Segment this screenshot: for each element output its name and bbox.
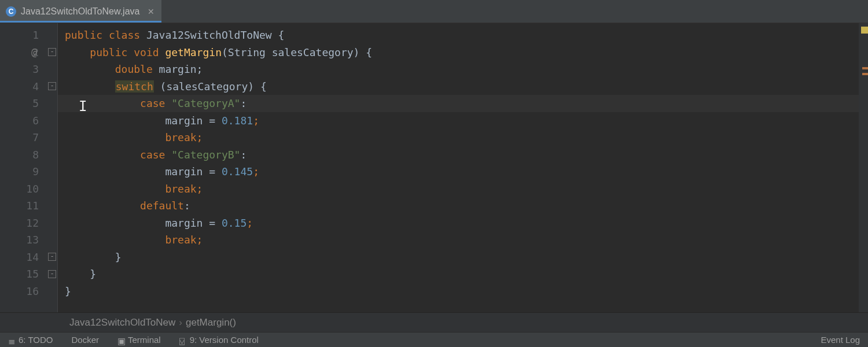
- gutter-line: 3: [0, 61, 57, 78]
- code-line: margin = 0.181;: [58, 112, 859, 130]
- gutter: 1 @ 2 - 3 4 - 5 6 7 8 9 10 11 12 13 14 -: [0, 23, 58, 312]
- fold-end-icon[interactable]: -: [48, 253, 56, 261]
- code-area[interactable]: 𝙸 public class Java12SwitchOldToNew { pu…: [58, 23, 859, 312]
- gutter-line: 6: [0, 112, 57, 130]
- breadcrumb[interactable]: Java12SwitchOldToNew › getMargin(): [0, 312, 868, 332]
- code-line: }: [58, 283, 859, 300]
- code-line: }: [58, 265, 859, 283]
- code-line: public void getMargin(String salesCatego…: [58, 44, 859, 61]
- todo-icon: ≣: [8, 336, 16, 344]
- gutter-line: 10: [0, 180, 57, 198]
- tool-terminal[interactable]: ▣Terminal: [117, 335, 161, 345]
- gutter-line: 14 -: [0, 249, 57, 266]
- gutter-line: @ 2 -: [0, 44, 57, 61]
- code-line: break;: [58, 231, 859, 249]
- terminal-icon: ▣: [117, 336, 126, 344]
- tab-bar: C Java12SwitchOldToNew.java ✕: [0, 0, 868, 23]
- inspection-warning-icon[interactable]: [861, 27, 868, 34]
- gutter-line: 4 -: [0, 78, 57, 95]
- code-line: break;: [58, 129, 859, 146]
- editor-tab[interactable]: C Java12SwitchOldToNew.java ✕: [0, 0, 161, 23]
- gutter-line: 7: [0, 129, 57, 146]
- tool-event-log[interactable]: Event Log: [821, 335, 860, 345]
- code-line: margin = 0.15;: [58, 215, 859, 232]
- code-line: break;: [58, 180, 859, 198]
- close-icon[interactable]: ✕: [144, 7, 155, 16]
- override-icon[interactable]: @: [31, 46, 37, 58]
- fold-end-icon[interactable]: -: [48, 270, 56, 278]
- code-line: default:: [58, 197, 859, 215]
- code-line: margin = 0.145;: [58, 163, 859, 180]
- tool-todo[interactable]: ≣6: TODO: [8, 335, 53, 345]
- tool-docker[interactable]: Docker: [71, 335, 99, 345]
- gutter-line: 15 -: [0, 265, 57, 283]
- tool-vcs[interactable]: ⍌9: Version Control: [179, 335, 259, 345]
- gutter-line: 11: [0, 197, 57, 215]
- editor[interactable]: 1 @ 2 - 3 4 - 5 6 7 8 9 10 11 12 13 14 -: [0, 23, 868, 312]
- chevron-right-icon: ›: [179, 317, 182, 328]
- java-class-icon: C: [6, 6, 16, 17]
- code-line: case "CategoryA":: [58, 95, 859, 112]
- gutter-line: 12: [0, 215, 57, 232]
- tab-label: Java12SwitchOldToNew.java: [21, 6, 139, 17]
- gutter-line: 8: [0, 146, 57, 164]
- code-line: }: [58, 249, 859, 266]
- gutter-line: 16: [0, 283, 57, 300]
- gutter-line: 1: [0, 27, 57, 44]
- fold-icon[interactable]: -: [48, 48, 56, 56]
- gutter-line: 13: [0, 231, 57, 249]
- ruler-mark[interactable]: [862, 73, 868, 75]
- code-line: double margin;: [58, 61, 859, 78]
- vcs-icon: ⍌: [179, 336, 187, 344]
- gutter-line: 5: [0, 95, 57, 112]
- code-line: switch (salesCategory) {: [58, 78, 859, 95]
- code-line: case "CategoryB":: [58, 146, 859, 164]
- code-line: public class Java12SwitchOldToNew {: [58, 27, 859, 44]
- ruler-mark[interactable]: [862, 67, 868, 69]
- breadcrumb-class[interactable]: Java12SwitchOldToNew: [69, 317, 175, 328]
- tool-window-bar: ≣6: TODO Docker ▣Terminal ⍌9: Version Co…: [0, 332, 868, 347]
- fold-icon[interactable]: -: [48, 82, 56, 90]
- gutter-line: 9: [0, 163, 57, 180]
- overview-ruler[interactable]: [859, 23, 868, 312]
- breadcrumb-method[interactable]: getMargin(): [186, 317, 236, 328]
